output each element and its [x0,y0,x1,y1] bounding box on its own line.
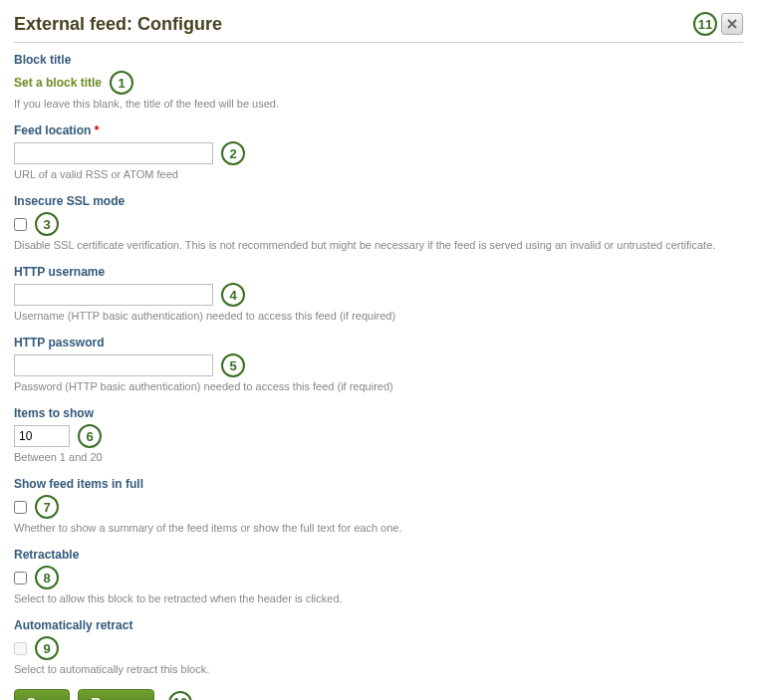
items-to-show-input[interactable] [14,425,70,447]
dialog-header: External feed: Configure 11 [14,12,743,43]
annotation-5: 5 [221,353,245,377]
auto-retract-desc: Select to automatically retract this blo… [14,663,743,675]
items-to-show-section: Items to show 6 Between 1 and 20 [14,406,743,463]
http-username-section: HTTP username 4 Username (HTTP basic aut… [14,265,743,322]
close-icon [726,18,738,30]
http-username-desc: Username (HTTP basic authentication) nee… [14,310,743,322]
feed-location-label-text: Feed location [14,123,91,137]
annotation-4: 4 [221,283,245,307]
show-full-checkbox[interactable] [14,501,27,514]
header-right: 11 [687,12,743,36]
http-username-input[interactable] [14,284,213,306]
annotation-7: 7 [35,495,59,519]
insecure-ssl-desc: Disable SSL certificate verification. Th… [14,239,743,251]
show-full-section: Show feed items in full 7 Whether to sho… [14,477,743,534]
insecure-ssl-label: Insecure SSL mode [14,194,743,208]
show-full-desc: Whether to show a summary of the feed it… [14,522,743,534]
insecure-ssl-checkbox[interactable] [14,218,27,231]
annotation-8: 8 [35,566,59,589]
annotation-6: 6 [78,424,102,448]
show-full-label: Show feed items in full [14,477,743,491]
set-block-title-link[interactable]: Set a block title [14,76,102,90]
http-password-section: HTTP password 5 Password (HTTP basic aut… [14,336,743,392]
button-row: Save Remove 10 [14,689,743,700]
feed-location-section: Feed location * 2 URL of a valid RSS or … [14,123,743,180]
annotation-10: 10 [168,691,192,701]
required-indicator: * [95,123,100,137]
annotation-9: 9 [35,636,59,660]
feed-location-desc: URL of a valid RSS or ATOM feed [14,168,743,180]
remove-button[interactable]: Remove [78,689,154,700]
feed-location-input[interactable] [14,142,213,164]
http-username-label: HTTP username [14,265,743,279]
annotation-2: 2 [221,141,245,165]
retractable-desc: Select to allow this block to be retract… [14,592,743,604]
save-button[interactable]: Save [14,689,70,700]
retractable-section: Retractable 8 Select to allow this block… [14,548,743,604]
items-to-show-desc: Between 1 and 20 [14,451,743,463]
auto-retract-label: Automatically retract [14,618,743,632]
http-password-label: HTTP password [14,336,743,350]
block-title-desc: If you leave this blank, the title of th… [14,98,743,110]
annotation-3: 3 [35,212,59,236]
annotation-1: 1 [110,71,133,95]
auto-retract-checkbox[interactable] [14,642,27,655]
feed-location-label: Feed location * [14,123,743,137]
block-title-section: Block title Set a block title 1 If you l… [14,53,743,110]
http-password-desc: Password (HTTP basic authentication) nee… [14,380,743,392]
insecure-ssl-section: Insecure SSL mode 3 Disable SSL certific… [14,194,743,251]
block-title-label: Block title [14,53,743,67]
items-to-show-label: Items to show [14,406,743,420]
retractable-label: Retractable [14,548,743,562]
http-password-input[interactable] [14,354,213,376]
annotation-11: 11 [693,12,717,36]
retractable-checkbox[interactable] [14,572,27,584]
dialog-title: External feed: Configure [14,14,222,35]
close-button[interactable] [721,13,743,35]
auto-retract-section: Automatically retract 9 Select to automa… [14,618,743,675]
